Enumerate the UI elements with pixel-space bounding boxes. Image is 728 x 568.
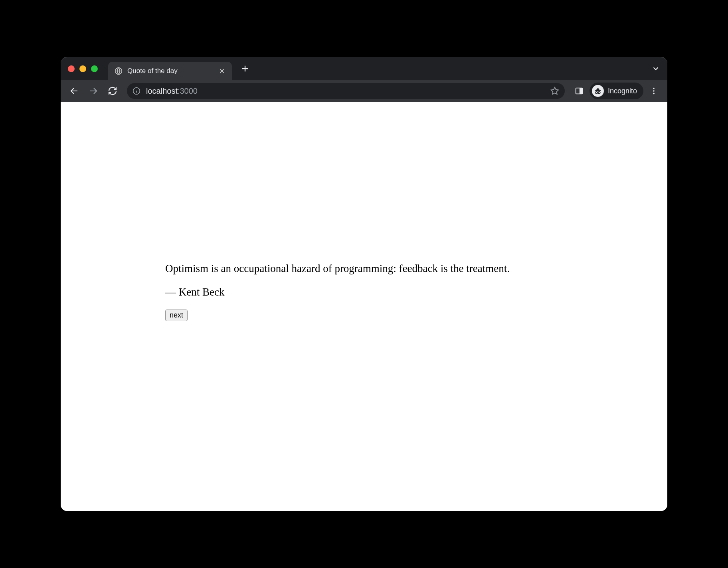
profile-incognito-button[interactable]: Incognito	[590, 83, 643, 99]
close-tab-button[interactable]	[218, 67, 226, 75]
address-bar[interactable]: localhost:3000	[127, 83, 565, 99]
quote-block: Optimism is an occupational hazard of pr…	[165, 262, 510, 321]
page-viewport: Optimism is an occupational hazard of pr…	[61, 102, 667, 511]
svg-point-8	[653, 93, 655, 95]
globe-icon	[115, 67, 123, 75]
window-minimize-button[interactable]	[79, 65, 86, 72]
incognito-label: Incognito	[608, 87, 637, 95]
forward-button[interactable]	[85, 83, 101, 99]
url-port: :3000	[178, 87, 198, 95]
titlebar: Quote of the day	[61, 57, 667, 80]
reload-button[interactable]	[105, 83, 121, 99]
site-info-icon[interactable]	[133, 87, 140, 95]
quote-text: Optimism is an occupational hazard of pr…	[165, 262, 510, 275]
url-text: localhost:3000	[146, 87, 545, 96]
kebab-menu-button[interactable]	[646, 83, 662, 99]
browser-window: Quote of the day	[61, 57, 667, 511]
side-panel-button[interactable]	[571, 83, 587, 99]
tab-search-button[interactable]	[651, 64, 660, 73]
back-button[interactable]	[66, 83, 82, 99]
browser-toolbar: localhost:3000	[61, 80, 667, 102]
svg-point-7	[653, 90, 655, 92]
author-prefix: —	[165, 286, 179, 298]
next-button[interactable]: next	[165, 310, 188, 321]
bookmark-button[interactable]	[550, 87, 559, 95]
svg-rect-3	[580, 88, 582, 94]
window-fullscreen-button[interactable]	[91, 65, 98, 72]
svg-point-4	[595, 92, 597, 94]
browser-tab[interactable]: Quote of the day	[108, 62, 232, 80]
svg-point-5	[598, 92, 600, 94]
toolbar-right: Incognito	[571, 83, 662, 99]
window-close-button[interactable]	[68, 65, 75, 72]
tab-title: Quote of the day	[127, 67, 214, 75]
incognito-icon	[592, 85, 604, 97]
quote-author: — Kent Beck	[165, 286, 510, 298]
window-controls	[68, 65, 98, 72]
url-host: localhost	[146, 87, 178, 95]
author-name: Kent Beck	[179, 286, 225, 298]
svg-point-6	[653, 88, 655, 89]
new-tab-button[interactable]	[241, 64, 249, 73]
